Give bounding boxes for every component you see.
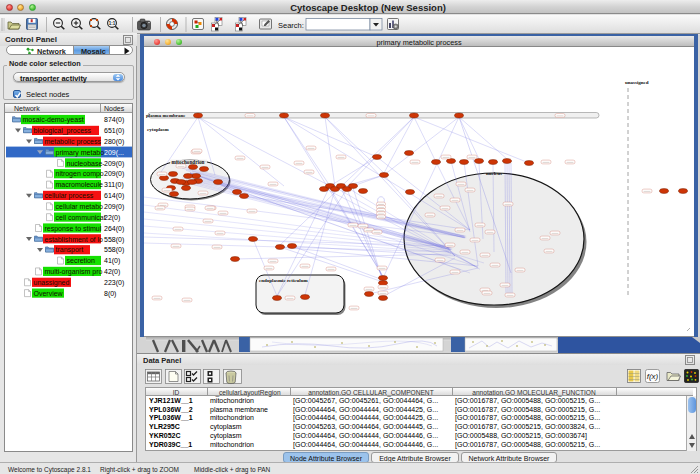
svg-text:transport: transport xyxy=(56,246,84,254)
svg-text:42(0): 42(0) xyxy=(104,268,120,276)
svg-text:22(0): 22(0) xyxy=(104,214,120,222)
svg-text:secretion: secretion xyxy=(67,257,96,264)
svg-text:209(0): 209(0) xyxy=(104,203,124,211)
svg-text:metabolic process: metabolic process xyxy=(45,138,102,146)
svg-text:651(0): 651(0) xyxy=(104,127,124,135)
svg-text:biological_process: biological_process xyxy=(34,127,92,135)
svg-text:874(0): 874(0) xyxy=(104,116,124,124)
svg-text:unassigned: unassigned xyxy=(34,279,70,287)
svg-text:nucleobase-: nucleobase- xyxy=(67,160,106,167)
svg-text:cellular metabo: cellular metabo xyxy=(56,203,104,210)
svg-text:primary metabo: primary metabo xyxy=(56,149,105,157)
svg-text:209(0): 209(0) xyxy=(104,160,124,168)
svg-text:cell communicat: cell communicat xyxy=(56,214,106,221)
svg-text:264(0): 264(0) xyxy=(104,225,124,233)
svg-text:macromolecule: macromolecule xyxy=(56,181,104,188)
svg-text:plasma membrane: plasma membrane xyxy=(146,113,186,118)
svg-text:Overview: Overview xyxy=(34,290,64,297)
svg-text:558(0): 558(0) xyxy=(104,236,124,244)
svg-text:614(0): 614(0) xyxy=(104,192,124,200)
svg-text:multi-organism pro: multi-organism pro xyxy=(45,268,103,276)
svg-text:209(...: 209(... xyxy=(104,149,124,157)
svg-text:280(0): 280(0) xyxy=(104,138,124,146)
svg-text:response to stimul: response to stimul xyxy=(45,225,102,233)
svg-text:311(0): 311(0) xyxy=(104,181,124,189)
svg-text:223(0): 223(0) xyxy=(104,279,124,287)
svg-text:establishment of lo: establishment of lo xyxy=(45,236,103,243)
svg-text:41(0): 41(0) xyxy=(104,257,120,265)
svg-text:f(x): f(x) xyxy=(647,372,659,381)
svg-text:cytoplasm: cytoplasm xyxy=(147,127,170,132)
svg-text:cellular process: cellular process xyxy=(45,192,94,200)
svg-text:209(0): 209(0) xyxy=(104,170,124,178)
svg-text:unassigned: unassigned xyxy=(625,80,649,85)
svg-text:endoplasmic reticulum: endoplasmic reticulum xyxy=(259,278,308,283)
svg-text:8(0): 8(0) xyxy=(104,290,116,298)
svg-text:Search:: Search: xyxy=(278,21,304,30)
svg-text:1:1: 1:1 xyxy=(109,21,116,26)
svg-text:nitrogen compo: nitrogen compo xyxy=(56,170,104,178)
svg-text:nucleus: nucleus xyxy=(486,171,502,176)
svg-text:mosaic-demo-yeast: mosaic-demo-yeast xyxy=(23,116,84,124)
svg-text:558(0): 558(0) xyxy=(104,246,124,254)
